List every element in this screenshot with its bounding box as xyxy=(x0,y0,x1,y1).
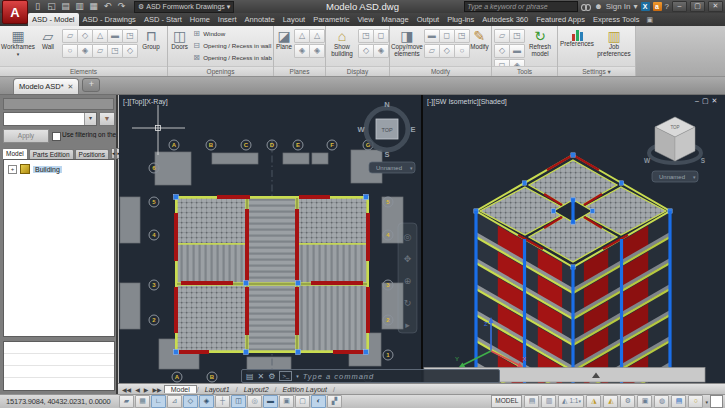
command-line[interactable]: ▤ ✕ ⚙ >_ ▾ Type a command xyxy=(241,369,500,383)
tab-model[interactable]: Model xyxy=(2,148,28,159)
annotation-scale-button[interactable]: ◭ 1:1▾ xyxy=(558,395,584,408)
saveas-icon[interactable]: ▥ xyxy=(74,1,85,12)
element-tool-icon[interactable]: ○ xyxy=(62,44,78,58)
element-tool-icon[interactable]: ▱ xyxy=(62,29,78,43)
layout-tab-edition-layout[interactable]: Edition Layout xyxy=(277,386,333,393)
layout-nav-last-icon[interactable]: ▶▶ xyxy=(150,386,163,393)
tray-app-icon[interactable]: ▤ xyxy=(671,395,686,408)
filter-checkbox[interactable] xyxy=(52,132,61,141)
element-tool-icon[interactable]: ▬ xyxy=(107,29,123,43)
record-icon[interactable]: ▣ xyxy=(644,14,657,26)
tray-bulb-icon[interactable]: ○ xyxy=(688,395,703,408)
viewport-sw-isometric[interactable]: ZXY TOP W S Unnamed ▾ xyxy=(423,95,725,383)
command-grip-icon[interactable]: ▤ xyxy=(246,372,254,381)
redo-icon[interactable]: ↷ xyxy=(116,1,127,12)
ribbon-tab-asd-model[interactable]: ASD - Model xyxy=(28,13,79,26)
plane-tool-icon[interactable]: ◈ xyxy=(294,44,310,58)
maximize-button[interactable]: ▢ xyxy=(690,1,705,12)
workspace-gear-icon[interactable]: ⚙ xyxy=(620,395,635,408)
vp-minimize-icon[interactable]: – xyxy=(695,97,699,105)
display-tool-icon[interactable]: ◈ xyxy=(373,44,389,58)
toolbar-lock-icon[interactable]: ▣ xyxy=(637,395,652,408)
command-prompt-text[interactable]: Type a command xyxy=(303,372,374,381)
tree-node-building[interactable]: + Building xyxy=(8,164,114,174)
layout-nav-next-icon[interactable]: ▶ xyxy=(142,386,151,393)
job-preferences-button[interactable]: ▥ Job preferences xyxy=(595,27,633,58)
group-button[interactable]: ⊓ Group xyxy=(137,27,165,51)
filter-funnel-icon[interactable]: ▼ xyxy=(99,112,115,126)
tab-positions[interactable]: Positions xyxy=(75,149,109,159)
transparency-toggle[interactable]: ▢ xyxy=(295,395,310,408)
panel-label-tools[interactable]: Tools xyxy=(492,66,557,76)
lineweight-toggle[interactable]: ▣ xyxy=(279,395,294,408)
filter-combobox[interactable]: ▾ xyxy=(3,112,97,126)
autoscale-icon[interactable]: ◭ xyxy=(603,395,618,408)
element-tool-icon[interactable]: ◇ xyxy=(122,44,138,58)
ucs-pill[interactable]: Unnamed ▾ xyxy=(369,162,415,173)
display-tool-icon[interactable]: ◇ xyxy=(358,44,374,58)
exchange-apps-icon[interactable]: X xyxy=(641,2,650,11)
modify-tool-icon[interactable]: ○ xyxy=(454,44,470,58)
ribbon-tab-output[interactable]: Output xyxy=(413,13,444,26)
element-tool-icon[interactable]: ◳ xyxy=(122,29,138,43)
tools-tool-icon[interactable]: ▬ xyxy=(509,44,525,58)
tab-parts-edition[interactable]: Parts Edition xyxy=(29,149,74,159)
element-tool-icon[interactable]: ◈ xyxy=(77,44,93,58)
panel-label-modify[interactable]: Modify xyxy=(390,66,491,76)
workframes-button[interactable]: ▦ Workframes ▾ xyxy=(1,27,35,58)
panel-label-settings[interactable]: Settings ▾ xyxy=(558,66,635,76)
plane-button[interactable]: ◪ Plane xyxy=(275,27,293,51)
navigation-bar[interactable]: ◎ ✥ ⊕ ↻ ▸ xyxy=(398,223,417,333)
panel-label-planes[interactable]: Planes xyxy=(274,66,325,76)
chevron-down-icon[interactable]: ▾ xyxy=(296,373,299,379)
plane-tool-icon[interactable]: ◈ xyxy=(309,44,325,58)
ribbon-tab-home[interactable]: Home xyxy=(186,13,214,26)
modify-tool-icon[interactable]: ◇ xyxy=(439,44,455,58)
viewport-top-plan[interactable]: AB CD EF G 65 43 2 54 32 1 AB G TOP N W … xyxy=(119,95,421,383)
search-input[interactable]: Type a keyword or phrase xyxy=(464,1,578,12)
wall-button[interactable]: ▱ Wall xyxy=(35,27,61,51)
plane-tool-icon[interactable]: △ xyxy=(294,29,310,43)
app-menu-button[interactable]: A xyxy=(2,0,28,24)
ribbon-tab-autodesk360[interactable]: Autodesk 360 xyxy=(478,13,532,26)
tools-tool-icon[interactable]: ▱ xyxy=(494,29,510,43)
autodesk360-icon[interactable]: a xyxy=(653,2,662,11)
element-tool-icon[interactable]: ◳ xyxy=(107,44,123,58)
isolate-objects-icon[interactable]: ◍ xyxy=(654,395,669,408)
search-icon[interactable] xyxy=(581,3,591,11)
display-tool-icon[interactable]: ◻ xyxy=(373,29,389,43)
refresh-model-button[interactable]: ↻ Refresh model xyxy=(524,27,556,58)
modify-tool-icon[interactable]: ◳ xyxy=(454,29,470,43)
panel-label-display[interactable]: Display xyxy=(326,66,389,76)
ribbon-tab-manage[interactable]: Manage xyxy=(378,13,413,26)
ribbon-tab-annotate[interactable]: Annotate xyxy=(241,13,279,26)
modify-tool-icon[interactable]: ▬ xyxy=(424,29,440,43)
ribbon-tab-featured-apps[interactable]: Featured Apps xyxy=(532,13,589,26)
panel-label-elements[interactable]: Elements xyxy=(0,66,167,76)
command-close-icon[interactable]: ✕ xyxy=(258,372,265,381)
copy-move-button[interactable]: ◨ Copy/move elements xyxy=(391,27,423,58)
plane-tool-icon[interactable]: △ xyxy=(309,29,325,43)
model-space-button[interactable]: MODEL xyxy=(491,395,522,408)
element-tool-icon[interactable]: ◇ xyxy=(77,29,93,43)
window-button[interactable]: ⊞ Window xyxy=(192,27,272,39)
model-tree[interactable]: + Building xyxy=(3,159,115,337)
layout-nav-first-icon[interactable]: ◀◀ xyxy=(120,386,133,393)
chevron-down-icon[interactable]: ▾ xyxy=(634,2,638,11)
element-tool-icon[interactable]: ▱ xyxy=(92,44,108,58)
tools-tool-icon[interactable]: ◇ xyxy=(494,44,510,58)
panel-label-openings[interactable]: Openings xyxy=(168,66,273,76)
chevron-down-icon[interactable]: ▾ xyxy=(84,113,96,125)
display-tool-icon[interactable]: ◳ xyxy=(358,29,374,43)
layout-tab-model[interactable]: Model xyxy=(164,385,197,393)
help-icon[interactable]: ? xyxy=(665,2,669,11)
polar-toggle[interactable]: ◇ xyxy=(183,395,198,408)
layout-preview-icon[interactable]: ▤ xyxy=(524,395,539,408)
opening-recess-slab-button[interactable]: ⊠ Opening / Recess in slab xyxy=(192,51,272,63)
ribbon-tab-layout[interactable]: Layout xyxy=(279,13,310,26)
tools-tool-icon[interactable]: ◳ xyxy=(509,29,525,43)
snap-toggle[interactable]: ▦ xyxy=(135,395,150,408)
layout-tab-layout1[interactable]: Layout1 xyxy=(199,386,236,393)
clean-screen-button[interactable] xyxy=(710,395,723,408)
modify-tool-icon[interactable]: ▱ xyxy=(424,44,440,58)
